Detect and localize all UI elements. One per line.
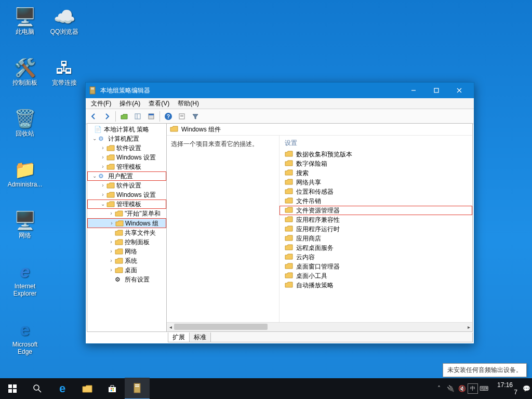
close-button[interactable] [448,83,471,98]
chevron-right-icon[interactable]: › [109,219,115,228]
folder-icon [107,191,115,198]
properties-button[interactable] [145,110,157,123]
tree-root[interactable]: 📄本地计算机 策略 [87,125,166,134]
taskbar-edge[interactable]: e [50,378,75,399]
list-item[interactable]: 文件吊销 [280,196,472,206]
chevron-right-icon[interactable]: › [108,237,114,247]
chevron-right-icon[interactable]: › [100,143,106,153]
tree-windows-components[interactable]: ›Windows 组 [87,218,166,228]
back-button[interactable] [87,110,100,123]
tree-network[interactable]: ›网络 [87,247,166,256]
list-item[interactable]: 搜索 [280,168,472,178]
minimize-button[interactable] [402,83,425,98]
up-button[interactable] [118,110,130,123]
list-item[interactable]: 应用程序兼容性 [280,215,472,224]
chevron-right-icon[interactable]: › [108,209,114,218]
list-item[interactable]: 远程桌面服务 [280,243,472,252]
taskbar-explorer[interactable] [75,378,100,399]
list-item[interactable]: 桌面小工具 [280,271,472,281]
tree-uc-windows[interactable]: ›Windows 设置 [87,190,166,200]
tray-power-icon[interactable]: 🔌 [445,378,456,399]
menu-help[interactable]: 帮助(H) [174,98,203,109]
tree-computer-config[interactable]: ⌄⚙计算机配置 [87,134,166,143]
label: 网络 [125,247,137,256]
tray-chevron-up-icon[interactable]: ˄ [433,378,445,399]
chevron-right-icon[interactable]: › [100,153,106,162]
start-button[interactable] [0,378,25,399]
list-item[interactable]: 应用商店 [280,234,472,243]
tray-volume-muted-icon[interactable]: 🔇 [456,378,468,399]
desktop-icon-broadband[interactable]: 🖧 宽带连接 [46,55,83,86]
tree-system[interactable]: ›系统 [87,256,166,265]
tab-standard[interactable]: 标准 [190,332,211,342]
tree-uc-admin[interactable]: ⌄管理模板 [87,200,166,209]
tree-cc-windows[interactable]: ›Windows 设置 [87,153,166,162]
titlebar[interactable]: 本地组策略编辑器 [86,83,474,98]
desktop-icon-ie[interactable]: e Internet Explorer [6,259,44,297]
horizontal-scrollbar[interactable]: ◂ ▸ [167,322,472,331]
scroll-left-arrow[interactable]: ◂ [167,323,174,331]
tab-extended[interactable]: 扩展 [168,332,190,342]
desktop-icon-administrator[interactable]: 📁 Administra... [6,157,44,188]
chevron-down-icon[interactable]: ⌄ [100,200,106,209]
taskbar-store[interactable] [100,378,125,399]
chevron-down-icon[interactable]: ⌄ [91,171,98,181]
show-hide-tree-button[interactable] [131,110,144,123]
column-header-settings[interactable]: 设置 [280,138,472,150]
help-button[interactable]: ? [162,110,175,123]
chevron-right-icon[interactable]: › [108,256,114,265]
search-button[interactable] [25,378,50,399]
folder-icon [115,238,123,246]
desktop-icon-network[interactable]: 🖥️ 网络 [6,208,44,239]
list-item[interactable]: 数据收集和预览版本 [280,150,472,159]
tree-control-panel[interactable]: ›控制面板 [87,237,166,247]
folder-icon [107,154,115,161]
filter-button[interactable] [189,110,202,123]
tree-all-settings[interactable]: ⚙所有设置 [87,275,166,284]
tree-cc-admin[interactable]: ›管理模板 [87,162,166,171]
chevron-right-icon[interactable]: › [108,265,114,275]
desktop-icon-this-pc[interactable]: 🖥️ 此电脑 [6,4,44,35]
list-item[interactable]: 桌面窗口管理器 [280,262,472,271]
tree-desktop[interactable]: ›桌面 [87,265,166,275]
scroll-thumb[interactable] [174,324,268,330]
desktop-icon-control-panel[interactable]: 🛠️ 控制面板 [6,55,44,86]
label: 管理模板 [116,200,141,209]
chevron-right-icon[interactable]: › [100,162,106,171]
forward-button[interactable] [101,110,113,123]
tree-shared-folders[interactable]: 共享文件夹 [87,228,166,237]
desktop-icon-qq-browser[interactable]: ☁️ QQ浏览器 [46,4,83,35]
desktop-icon-edge[interactable]: e Microsoft Edge [6,317,44,355]
desktop[interactable]: 🖥️ 此电脑 ☁️ QQ浏览器 🛠️ 控制面板 🖧 宽带连接 🗑️ 回收站 📁 … [0,0,532,399]
chevron-down-icon[interactable]: ⌄ [91,134,98,143]
tree-uc-software[interactable]: ›软件设置 [87,181,166,190]
settings-list[interactable]: 设置 数据收集和预览版本数字保险箱搜索网络共享位置和传感器文件吊销文件资源管理器… [280,136,472,322]
taskbar[interactable]: e ˄ 🔌 🔇 中 ⌨ 17:16 7 💬 [0,378,532,399]
menu-file[interactable]: 文件(F) [87,98,115,109]
list-item[interactable]: 网络共享 [280,178,472,187]
tree-view[interactable]: 📄本地计算机 策略 ⌄⚙计算机配置 ›软件设置 ›Windows 设置 ›管理模… [87,124,167,331]
taskbar-gpedit[interactable] [125,378,150,399]
tree-cc-software[interactable]: ›软件设置 [87,143,166,153]
list-item[interactable]: 自动播放策略 [280,281,472,290]
tray-keyboard-icon[interactable]: ⌨ [478,378,489,399]
chevron-right-icon[interactable]: › [108,247,114,256]
filter-list-button[interactable] [176,110,188,123]
maximize-button[interactable] [425,83,448,98]
desktop-icon-recycle-bin[interactable]: 🗑️ 回收站 [6,106,44,137]
list-item[interactable]: 文件资源管理器 [280,206,472,215]
tray-ime-icon[interactable]: 中 [468,383,478,394]
list-item[interactable]: 应用程序运行时 [280,224,472,234]
list-item[interactable]: 位置和传感器 [280,187,472,196]
chevron-right-icon[interactable]: › [100,190,106,200]
menu-view[interactable]: 查看(V) [144,98,174,109]
menu-action[interactable]: 操作(A) [115,98,144,109]
tree-user-config[interactable]: ⌄⚙用户配置 [87,171,166,181]
tree-start-menu[interactable]: ›"开始"菜单和 [87,209,166,218]
scroll-right-arrow[interactable]: ▸ [465,323,472,331]
list-item[interactable]: 云内容 [280,252,472,262]
list-item[interactable]: 数字保险箱 [280,159,472,168]
tray-clock[interactable]: 17:16 7 [489,381,521,396]
chevron-right-icon[interactable]: › [100,181,106,190]
tray-notifications-icon[interactable]: 💬 [521,378,532,399]
